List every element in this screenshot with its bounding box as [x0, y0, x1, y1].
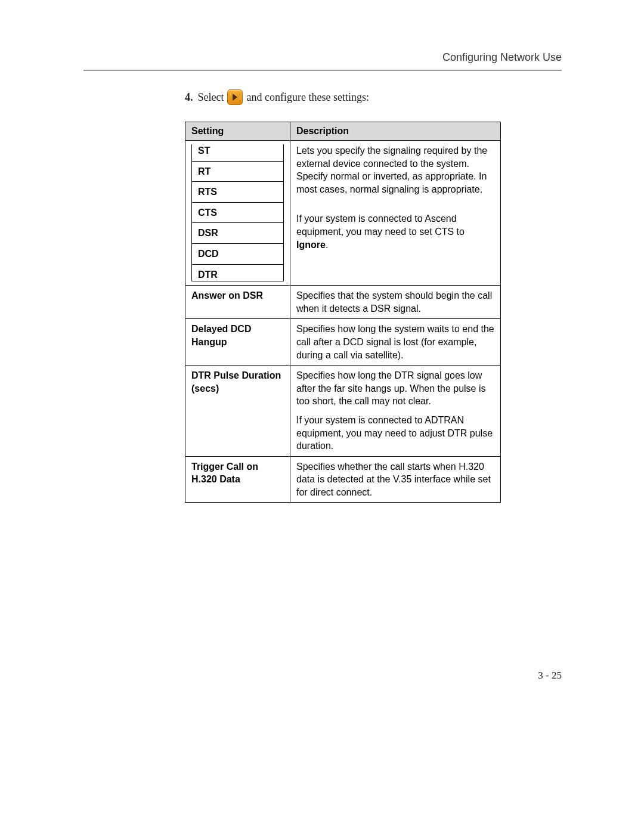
table-row: Delayed DCD Hangup Specifies how long th…	[185, 319, 501, 366]
table-header-row: Setting Description	[185, 122, 501, 141]
signal-settings-cell: ST RT RTS CTS DSR DCD DTR	[185, 141, 290, 286]
table-row: ST RT RTS CTS DSR DCD DTR Lets you speci…	[185, 141, 501, 286]
signal-desc-p1: Lets you specify the signaling required …	[296, 144, 494, 196]
running-head: Configuring Network Use	[83, 51, 562, 64]
signal-desc-p2: If your system is connected to Ascend eq…	[296, 212, 494, 251]
signal-st: ST	[192, 144, 284, 161]
signal-dtr: DTR	[192, 264, 284, 281]
dtr-pulse-p1: Specifies how long the DTR signal goes l…	[296, 369, 494, 408]
page-container: Configuring Network Use 4. Select and co…	[0, 0, 644, 833]
play-icon	[227, 89, 243, 105]
col-header-description: Description	[290, 122, 501, 141]
signal-dcd: DCD	[192, 243, 284, 264]
signal-rt: RT	[192, 161, 284, 182]
desc-delayed-dcd: Specifies how long the system waits to e…	[290, 319, 501, 366]
signal-description-cell: Lets you specify the signaling required …	[290, 141, 501, 286]
setting-delayed-dcd: Delayed DCD Hangup	[185, 319, 290, 366]
col-header-setting: Setting	[185, 122, 290, 141]
table-row: Trigger Call on H.320 Data Specifies whe…	[185, 456, 501, 503]
setting-answer-on-dsr: Answer on DSR	[185, 286, 290, 319]
table-row: Answer on DSR Specifies that the system …	[185, 286, 501, 319]
step-number: 4.	[185, 91, 193, 104]
table-row: DTR Pulse Duration (secs) Specifies how …	[185, 366, 501, 457]
setting-trigger-h320: Trigger Call on H.320 Data	[185, 456, 290, 503]
page-content: 4. Select and configure these settings: …	[185, 89, 501, 503]
signal-desc-p2a: If your system is connected to Ascend eq…	[296, 213, 465, 237]
desc-answer-on-dsr: Specifies that the system should begin t…	[290, 286, 501, 319]
setting-dtr-pulse: DTR Pulse Duration (secs)	[185, 366, 290, 457]
signal-desc-p2c: .	[326, 240, 328, 250]
settings-table: Setting Description ST RT RTS CTS DSR DC…	[185, 122, 501, 503]
svg-marker-0	[233, 94, 237, 101]
step-text-before: Select	[198, 91, 224, 104]
signal-rts: RTS	[192, 182, 284, 203]
page-header: Configuring Network Use	[83, 51, 562, 71]
signal-list: ST RT RTS CTS DSR DCD DTR	[191, 144, 284, 281]
signal-dsr: DSR	[192, 223, 284, 244]
page-number: 3 - 25	[538, 670, 562, 682]
dtr-pulse-p2: If your system is connected to ADTRAN eq…	[296, 414, 494, 453]
desc-trigger-h320: Specifies whether the call starts when H…	[290, 456, 501, 503]
step-instruction: 4. Select and configure these settings:	[185, 89, 501, 105]
step-text-after: and configure these settings:	[246, 91, 369, 104]
header-rule	[83, 70, 562, 71]
signal-cts: CTS	[192, 202, 284, 223]
desc-dtr-pulse: Specifies how long the DTR signal goes l…	[290, 366, 501, 457]
signal-desc-ignore: Ignore	[296, 240, 326, 250]
